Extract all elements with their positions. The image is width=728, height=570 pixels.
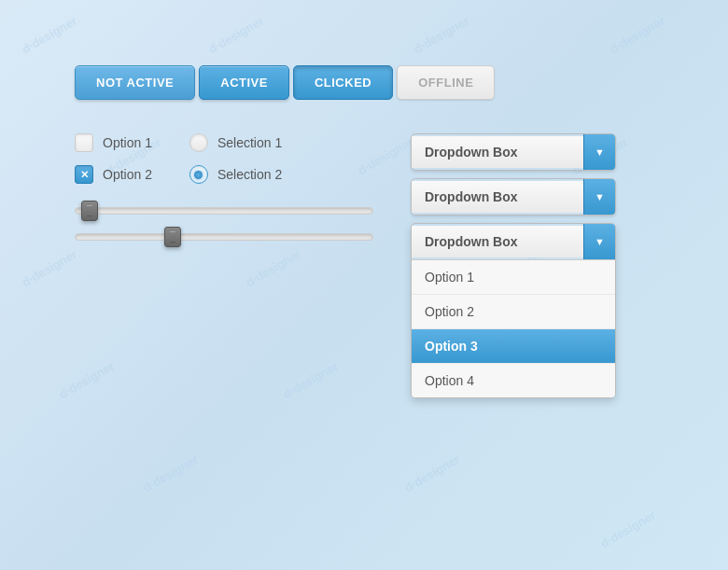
wm4: d·designer xyxy=(608,14,667,57)
sliders-col xyxy=(75,207,373,241)
dropdown-option-4[interactable]: Option 4 xyxy=(412,364,615,397)
wm8: d·designer xyxy=(20,247,79,290)
dropdown-option-3[interactable]: Option 3 xyxy=(412,329,615,364)
radio-group: Selection 1 Selection 2 xyxy=(189,133,282,184)
controls-row: Option 1 Option 2 Selection 1 xyxy=(75,133,616,398)
offline-button[interactable]: OFFLINE xyxy=(397,65,495,100)
checkbox-item-1[interactable]: Option 1 xyxy=(75,133,152,152)
wm1: d·designer xyxy=(20,14,79,57)
dropdown-option-1[interactable]: Option 1 xyxy=(412,260,615,295)
dropdown-3-open: Dropdown Box Option 1 Option 2 Option 3 … xyxy=(411,223,616,398)
dropdown-3-label: Dropdown Box xyxy=(412,226,583,257)
wm16: d·designer xyxy=(598,508,658,551)
checkbox-group: Option 1 Option 2 xyxy=(75,133,152,184)
dropdown-3-header[interactable]: Dropdown Box xyxy=(412,224,615,260)
checkbox-label-2: Option 2 xyxy=(103,167,152,182)
buttons-row: NOT ACTIVE ACTIVE CLICKED OFFLINE xyxy=(75,65,616,100)
checkbox-item-2[interactable]: Option 2 xyxy=(75,165,152,184)
radio-item-2[interactable]: Selection 2 xyxy=(189,165,282,184)
dropdown-2-label: Dropdown Box xyxy=(412,181,583,213)
form-controls: Option 1 Option 2 Selection 1 xyxy=(75,133,373,241)
main-content: NOT ACTIVE ACTIVE CLICKED OFFLINE Option… xyxy=(75,65,616,398)
wm14: d·designer xyxy=(141,452,201,495)
not-active-button[interactable]: NOT ACTIVE xyxy=(75,65,195,100)
checkbox-2[interactable] xyxy=(75,165,93,184)
dropdown-option-2[interactable]: Option 2 xyxy=(412,295,615,329)
slider-2[interactable] xyxy=(75,233,373,241)
dropdown-2-arrow[interactable] xyxy=(583,179,615,215)
checkbox-1[interactable] xyxy=(75,133,93,152)
slider-thumb-2[interactable] xyxy=(164,227,181,247)
dropdown-3-arrow[interactable] xyxy=(583,224,615,259)
radio-1[interactable] xyxy=(189,133,208,152)
dropdown-1[interactable]: Dropdown Box xyxy=(411,133,616,171)
wm3: d·designer xyxy=(412,14,471,57)
wm2: d·designer xyxy=(206,14,266,57)
radio-label-1: Selection 1 xyxy=(217,135,282,150)
radio-2[interactable] xyxy=(189,165,208,184)
dropdown-2[interactable]: Dropdown Box xyxy=(411,178,616,215)
wm15: d·designer xyxy=(402,452,462,495)
radio-item-1[interactable]: Selection 1 xyxy=(189,133,282,152)
dropdowns-col: Dropdown Box Dropdown Box Dropdown Box O… xyxy=(411,133,616,398)
active-button[interactable]: ACTIVE xyxy=(199,65,289,100)
dropdown-1-arrow[interactable] xyxy=(583,134,615,170)
clicked-button[interactable]: CLICKED xyxy=(293,65,393,100)
slider-thumb-1[interactable] xyxy=(81,201,98,221)
inputs-row: Option 1 Option 2 Selection 1 xyxy=(75,133,373,184)
radio-label-2: Selection 2 xyxy=(217,167,282,182)
slider-1[interactable] xyxy=(75,207,373,215)
dropdown-1-label: Dropdown Box xyxy=(412,136,583,168)
checkbox-label-1: Option 1 xyxy=(103,135,152,150)
